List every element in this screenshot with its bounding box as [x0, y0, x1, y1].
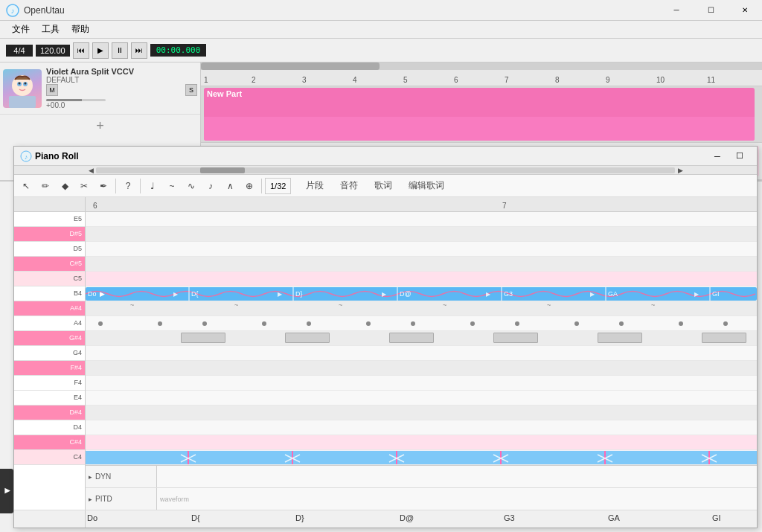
ruler-mark-1: 1 — [204, 76, 208, 84]
app-logo: ♪ — [6, 4, 19, 17]
svg-point-5 — [19, 82, 21, 84]
track-block[interactable]: New Part — [204, 88, 755, 141]
transport-bar: 4/4 120.00 ⏮ ▶ ⏸ ⏭ 00:00.000 — [0, 39, 762, 63]
erase-tool[interactable]: ◆ — [56, 177, 74, 182]
ruler-mark-9: 9 — [606, 76, 610, 84]
scroll-thumb[interactable] — [200, 167, 245, 173]
pr-tab-group: 片段 音符 歌词 编辑歌词 — [298, 178, 452, 182]
solo-button[interactable]: S — [185, 84, 197, 96]
select-tool[interactable]: ↖ — [17, 177, 35, 182]
mute-button[interactable]: M — [46, 84, 58, 96]
tab-edit-lyrics[interactable]: 编辑歌词 — [401, 178, 452, 182]
add-track-button[interactable]: + — [0, 115, 200, 137]
track-info: Violet Aura Split VCCV DEFAULT M S +00.0 — [46, 67, 197, 109]
pause-button[interactable]: ⏸ — [112, 42, 128, 59]
play-button[interactable]: ▶ — [92, 42, 109, 59]
svg-text:♪: ♪ — [25, 153, 28, 161]
piano-roll-title-bar: ♪ Piano Roll ─ ☐ — [14, 147, 757, 166]
pitch-offset: +00.0 — [46, 101, 197, 109]
track-block-label: New Part — [204, 88, 755, 100]
svg-text:♪: ♪ — [11, 7, 15, 15]
track-item: Violet Aura Split VCCV DEFAULT M S +00.0 — [0, 63, 200, 115]
menu-help[interactable]: 帮助 — [65, 22, 95, 37]
svg-point-6 — [25, 82, 27, 84]
draw-tool[interactable]: ✏ — [36, 177, 54, 182]
track-name: Violet Aura Split VCCV — [46, 67, 197, 76]
toolbar-separator-1 — [115, 179, 116, 182]
minimize-button[interactable]: ─ — [659, 0, 694, 21]
eighth-note-icon[interactable]: ♪ — [202, 177, 220, 182]
scrollbar-thumb[interactable] — [201, 63, 380, 70]
ruler-mark-5: 5 — [403, 76, 408, 84]
rewind-button[interactable]: ⏮ — [73, 42, 89, 59]
horizontal-scrollbar-top[interactable] — [201, 63, 762, 70]
bpm-display[interactable]: 120.00 — [36, 45, 70, 57]
scroll-right-btn[interactable]: ▶ — [675, 167, 685, 174]
piano-roll-window-controls: ─ ☐ — [706, 147, 751, 166]
piano-roll-toolbar: ↖ ✏ ◆ ✂ ✒ ? ♩ ~ ∿ ♪ ∧ ⊕ 1/32 片段 音符 歌词 编辑… — [14, 175, 757, 182]
paint-tool[interactable]: ✒ — [95, 177, 112, 182]
tab-segment[interactable]: 片段 — [298, 178, 331, 182]
piano-roll-restore[interactable]: ☐ — [729, 147, 751, 166]
toolbar-separator-3 — [261, 179, 262, 182]
piano-roll-window: ♪ Piano Roll ─ ☐ ◀ ▶ ↖ ✏ ◆ ✂ ✒ ? ♩ ~ ∿ ♪… — [13, 146, 758, 182]
envelope-icon[interactable]: ∧ — [221, 177, 239, 182]
ruler-mark-6: 6 — [454, 76, 458, 84]
scroll-track[interactable] — [96, 167, 675, 173]
scroll-left-btn[interactable]: ◀ — [86, 167, 96, 174]
close-button[interactable]: ✕ — [728, 0, 762, 21]
svg-rect-7 — [9, 96, 36, 108]
wave-icon[interactable]: ∿ — [182, 177, 200, 182]
window-controls: ─ ☐ ✕ — [659, 0, 762, 21]
piano-roll-hscroll: ◀ ▶ — [14, 166, 757, 175]
app-title: OpenUtau — [24, 5, 65, 16]
ruler-mark-2: 2 — [252, 76, 256, 84]
piano-roll-title: Piano Roll — [35, 151, 79, 161]
split-tool[interactable]: ✂ — [75, 177, 93, 182]
main-title-bar: ♪ OpenUtau ─ ☐ ✕ — [0, 0, 762, 21]
track-avatar — [3, 69, 42, 108]
restore-button[interactable]: ☐ — [694, 0, 728, 21]
time-display: 00:00.000 — [150, 44, 207, 57]
ruler-mark-3: 3 — [302, 76, 307, 84]
track-preset: DEFAULT — [46, 76, 197, 84]
note-icon[interactable]: ♩ — [144, 177, 161, 182]
toolbar-separator-2 — [140, 179, 141, 182]
vibrato-icon[interactable]: ~ — [163, 177, 181, 182]
ruler-mark-10: 10 — [656, 76, 665, 84]
ruler-mark-8: 8 — [555, 76, 560, 84]
fast-forward-button[interactable]: ⏭ — [131, 42, 147, 59]
piano-roll-logo: ♪ — [20, 150, 32, 162]
menu-tools[interactable]: 工具 — [36, 22, 65, 37]
snap-selector[interactable]: 1/32 — [265, 178, 291, 182]
track-lane[interactable]: New Part — [201, 86, 762, 143]
tab-notes[interactable]: 音符 — [333, 178, 365, 182]
track-controls: M S — [46, 84, 197, 96]
ruler-mark-7: 7 — [505, 76, 509, 84]
menu-file[interactable]: 文件 — [6, 22, 36, 37]
piano-roll-minimize[interactable]: ─ — [706, 147, 729, 166]
time-signature[interactable]: 4/4 — [6, 45, 33, 57]
anchor-icon[interactable]: ⊕ — [240, 177, 258, 182]
ruler-mark-4: 4 — [353, 76, 357, 84]
menu-bar: 文件 工具 帮助 — [0, 21, 762, 39]
help-tool[interactable]: ? — [119, 177, 137, 182]
tab-lyrics[interactable]: 歌词 — [367, 178, 400, 182]
ruler-mark-11: 11 — [707, 76, 715, 84]
sequencer-ruler: 1 2 3 4 5 6 7 8 9 10 11 — [201, 70, 762, 86]
